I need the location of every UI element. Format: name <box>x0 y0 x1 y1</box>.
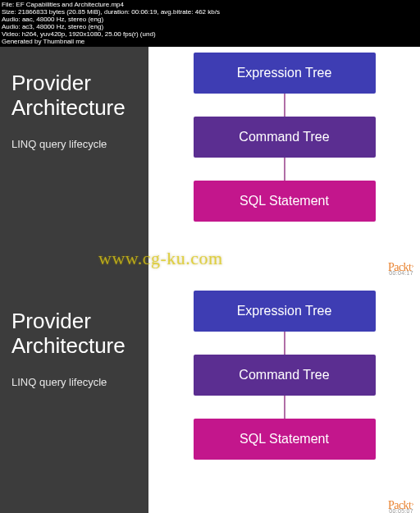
box-command-tree: Command Tree <box>194 355 376 396</box>
meta-audio2: Audio: ac3, 48000 Hz, stereo (eng) <box>2 23 103 30</box>
slide-title: Provider Architecture <box>11 71 137 120</box>
file-metadata: File: EF Capabilities and Architecture.m… <box>0 0 420 47</box>
box-command-tree: Command Tree <box>194 117 376 158</box>
connector-line <box>284 94 285 117</box>
slide-sidebar: Provider Architecture LINQ query lifecyc… <box>0 276 148 513</box>
slide-title: Provider Architecture <box>11 309 137 358</box>
box-sql-statement: SQL Statement <box>194 181 376 222</box>
connector-line <box>284 332 285 355</box>
slide-subtitle: LINQ query lifecycle <box>11 376 137 389</box>
thumbnail-frame-1: Provider Architecture LINQ query lifecyc… <box>0 38 420 276</box>
meta-file: File: EF Capabilities and Architecture.m… <box>2 1 124 8</box>
frame-timestamp: 00:04:17 <box>389 270 413 276</box>
thumbnail-frame-2: Provider Architecture LINQ query lifecyc… <box>0 276 420 513</box>
slide-subtitle: LINQ query lifecycle <box>11 138 137 151</box>
meta-size: Size: 21866833 bytes (20.85 MiB), durati… <box>2 8 220 16</box>
slide-content: Expression Tree Command Tree SQL Stateme… <box>148 38 420 276</box>
slide-sidebar: Provider Architecture LINQ query lifecyc… <box>0 38 148 276</box>
thumbnail-sheet: File: EF Capabilities and Architecture.m… <box>0 0 420 513</box>
slide-content: Expression Tree Command Tree SQL Stateme… <box>148 276 420 513</box>
box-sql-statement: SQL Statement <box>194 419 376 460</box>
frame-timestamp: 00:05:07 <box>389 508 413 513</box>
connector-line <box>284 396 285 419</box>
box-expression-tree: Expression Tree <box>194 291 376 332</box>
meta-generated: Generated by Thumbnail me <box>2 38 84 45</box>
connector-line <box>284 158 285 181</box>
meta-video: Video: h264, yuv420p, 1920x1080, 25.00 f… <box>2 30 156 38</box>
box-expression-tree: Expression Tree <box>194 53 376 94</box>
meta-audio1: Audio: aac, 48000 Hz, stereo (eng) <box>2 16 103 23</box>
